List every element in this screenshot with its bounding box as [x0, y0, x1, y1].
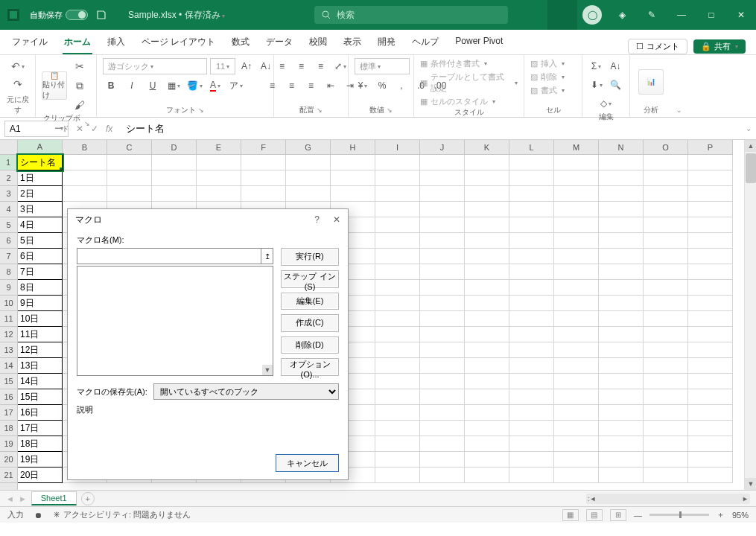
cell[interactable] [509, 421, 554, 436]
row-header[interactable]: 6 [0, 233, 18, 249]
create-button[interactable]: 作成(C) [281, 314, 339, 332]
cell[interactable] [375, 327, 420, 342]
row-header[interactable]: 15 [0, 374, 18, 389]
cell[interactable] [420, 452, 465, 468]
cell[interactable] [554, 468, 599, 483]
font-color-icon[interactable]: A [207, 77, 223, 94]
align-center-icon[interactable]: ≡ [284, 77, 300, 94]
cell[interactable]: 2日 [18, 186, 63, 202]
cell[interactable] [554, 186, 599, 202]
cell[interactable] [420, 389, 465, 405]
align-left-icon[interactable]: ≡ [264, 77, 281, 94]
save-icon[interactable] [94, 7, 109, 22]
cell[interactable] [599, 389, 644, 405]
cell[interactable] [688, 217, 733, 233]
cell[interactable] [688, 436, 733, 452]
style-item-1[interactable]: ▦ テーブルとして書式設定 [420, 71, 518, 94]
cell[interactable] [644, 202, 688, 217]
cell[interactable] [554, 405, 599, 421]
row-header[interactable]: 4 [0, 202, 18, 217]
cell[interactable] [599, 264, 644, 280]
cell[interactable] [420, 249, 465, 264]
enter-formula-icon[interactable]: ✓ [91, 124, 98, 134]
diamond-icon[interactable]: ◈ [607, 0, 637, 30]
cell[interactable] [465, 342, 509, 358]
cell[interactable] [375, 405, 420, 421]
cell[interactable] [375, 358, 420, 374]
macro-list[interactable]: ▼ [77, 266, 273, 376]
cell[interactable] [420, 170, 465, 186]
cell[interactable] [509, 342, 554, 358]
cell[interactable] [509, 389, 554, 405]
cell[interactable] [375, 389, 420, 405]
col-header[interactable]: A [18, 140, 63, 155]
cell-item-2[interactable]: ▨ 書式 [530, 85, 565, 96]
menu-tab-5[interactable]: データ [264, 31, 294, 54]
search-box[interactable]: 検索 [314, 6, 508, 24]
cell[interactable] [465, 233, 509, 249]
cell[interactable] [688, 452, 733, 468]
cell[interactable]: 6日 [18, 249, 63, 264]
cell[interactable] [465, 311, 509, 327]
cell[interactable] [375, 421, 420, 436]
cell[interactable] [509, 452, 554, 468]
cell[interactable] [465, 296, 509, 311]
font-launcher-icon[interactable]: ↘ [198, 106, 204, 114]
cell[interactable] [286, 155, 331, 170]
cell[interactable] [420, 186, 465, 202]
cell[interactable] [420, 421, 465, 436]
menu-tab-0[interactable]: ファイル [10, 31, 49, 54]
row-header[interactable]: 12 [0, 327, 18, 342]
cell[interactable] [420, 327, 465, 342]
cell[interactable] [465, 155, 509, 170]
cell[interactable] [644, 296, 688, 311]
indent-dec-icon[interactable]: ⇤ [323, 77, 339, 94]
col-header[interactable]: E [197, 140, 241, 155]
autosave-switch-icon[interactable] [66, 10, 88, 20]
autosum-icon[interactable]: Σ [588, 58, 605, 74]
row-header[interactable]: 2 [0, 170, 18, 186]
cell[interactable] [375, 249, 420, 264]
cell[interactable]: 20日 [18, 468, 63, 483]
cell-item-0[interactable]: ▨ 挿入 [530, 58, 565, 69]
cell[interactable] [688, 311, 733, 327]
cell[interactable] [688, 468, 733, 483]
sheet-tab[interactable]: Sheet1 [31, 491, 77, 505]
account-button[interactable] [547, 0, 577, 30]
find-icon[interactable]: 🔍 [608, 77, 624, 93]
cell[interactable]: 7日 [18, 264, 63, 280]
cell[interactable]: 1日 [18, 170, 63, 186]
cell[interactable] [420, 296, 465, 311]
cell[interactable] [688, 358, 733, 374]
accessibility-status[interactable]: ⛯ アクセシビリティ: 問題ありません [53, 509, 191, 520]
cell[interactable] [63, 186, 107, 202]
cell[interactable] [554, 342, 599, 358]
cell[interactable] [465, 452, 509, 468]
cancel-formula-icon[interactable]: ✕ [76, 124, 83, 134]
cell[interactable] [375, 452, 420, 468]
cell[interactable] [465, 249, 509, 264]
cell[interactable] [644, 186, 688, 202]
cell[interactable] [63, 155, 107, 170]
cell[interactable] [509, 217, 554, 233]
cell[interactable]: 9日 [18, 296, 63, 311]
cell[interactable] [554, 264, 599, 280]
col-header[interactable]: I [375, 140, 420, 155]
cell[interactable]: 4日 [18, 217, 63, 233]
cell[interactable] [420, 202, 465, 217]
cell[interactable]: 5日 [18, 233, 63, 249]
autosave-toggle[interactable]: 自動保存 [30, 10, 88, 21]
cancel-button[interactable]: キャンセル [276, 454, 339, 472]
cell[interactable] [465, 264, 509, 280]
clear-icon[interactable]: ◇ [598, 95, 614, 112]
cell[interactable] [465, 389, 509, 405]
horizontal-scrollbar[interactable]: :◄► [586, 494, 750, 504]
cell[interactable] [599, 374, 644, 389]
cell[interactable] [599, 186, 644, 202]
cell[interactable] [241, 170, 286, 186]
percent-icon[interactable]: % [374, 77, 390, 94]
scroll-thumb[interactable] [746, 153, 756, 183]
dialog-help-icon[interactable]: ? [314, 214, 320, 225]
menu-tab-8[interactable]: 開発 [376, 31, 397, 54]
cell[interactable] [644, 264, 688, 280]
